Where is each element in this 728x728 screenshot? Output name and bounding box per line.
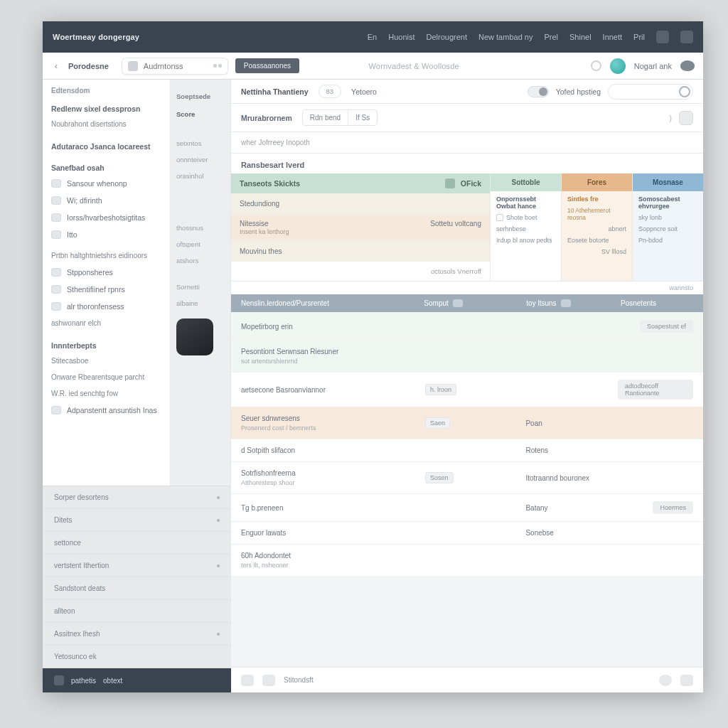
nav-item[interactable]: New tambad ny [478,33,532,41]
back-button[interactable]: ‹ [51,61,61,71]
sort-icon[interactable] [561,299,571,307]
nav-item[interactable]: En [368,33,377,41]
midcol-item[interactable]: atshors [171,252,230,269]
list-item[interactable]: Assitnex lhesh [43,623,231,646]
midcol: Soeptsede Score setxntos onnnteiver oras… [171,80,231,486]
sidebar-item[interactable]: ashwonanr elch [43,315,170,331]
tab[interactable]: If Ss [348,110,377,125]
th-cell[interactable]: Somput [424,299,520,307]
sidebar-item[interactable]: W.R. ied senchtg fow [43,385,170,402]
nav-item[interactable]: Delrougrent [427,33,467,41]
search-box[interactable] [608,84,693,100]
product-thumb [176,318,213,355]
table-row[interactable]: Tg b.preneenBatanyHoermes [231,493,703,521]
card-main-badge: OFick [461,179,481,188]
midcol-item[interactable]: onnnteiver [171,151,230,168]
filter-tabs: Rdn bend If Ss [302,109,378,126]
midcol-item[interactable]: Sornetti [171,279,230,295]
table-row[interactable]: Mopetirborg erinSoapestust ef [231,312,703,340]
list-item[interactable]: vertstent Ithertion [43,555,231,577]
card-blue[interactable]: Mosnase Somoscabest ehvrurgee sky lonb S… [632,173,703,281]
midcol-item[interactable]: albaine [171,295,230,311]
main-header: Nettinha Thantieny 83 Yetoero Yofed hpst… [231,80,703,104]
th-cell[interactable]: Posnetents [621,299,693,307]
sidebar-item[interactable]: Itto [43,226,170,243]
list-item[interactable]: Sandstont deats [43,577,231,600]
th-cell[interactable]: Nenslin.lerdoned/Pursrentet [241,299,418,307]
nav-item[interactable]: Huonist [388,33,414,41]
sidebar-item[interactable]: Wi; dfirinth [43,192,170,209]
table-row[interactable]: d Sotpith slifaconRotens [231,439,703,461]
nav-item[interactable]: Shinel [569,33,592,41]
card-orange[interactable]: Fores Sintles fre 10 Athehernerot reosna… [561,173,632,281]
breadcrumb: Porodesne [68,62,109,70]
list-item[interactable]: settonce [43,532,231,555]
help-icon[interactable] [659,675,672,686]
list-item[interactable]: Yetosunco ek [43,646,231,668]
midcol-item[interactable]: thossnus [171,220,230,236]
grid-icon[interactable] [445,178,455,188]
table-row[interactable]: Pesontiont Serwnsan Riesunersot artentsr… [231,340,703,372]
grid-icon[interactable] [680,31,693,43]
sidebar-group-title: Innnterbepts [43,336,170,353]
nav-item[interactable]: Pril [633,33,645,41]
username: Nogarl ank [634,62,672,70]
table-row[interactable]: SotrfishonfreernaAtthorestesp shoorSosen… [231,461,703,493]
card-main: Tanseots Skickts OFick Stedundiong Nites… [231,173,490,281]
subbar-right: Nogarl ank [591,58,695,74]
nav-item[interactable]: Innett [603,33,623,41]
foot-label: obtext [103,677,122,685]
sep-icon: ) [670,114,673,122]
cloud-icon[interactable] [680,60,695,71]
sidebar-item[interactable]: Iorss/hvarbeshotsigtitas [43,209,170,226]
print-icon[interactable] [262,675,275,686]
list-item[interactable]: allteon [43,600,231,623]
export-icon[interactable] [241,675,254,686]
grid-icon[interactable] [679,111,693,125]
primary-button[interactable]: Poassaanones [235,58,299,73]
apps-icon[interactable] [656,31,669,43]
sidebar-item[interactable]: Sansour whenonp [43,175,170,192]
table-row[interactable]: 60h Adondontetters llt, nsheoner [231,544,703,576]
sidebar-item[interactable]: Sthentifiinef rpnrs [43,281,170,298]
sidebar-item[interactable]: Noubrahont disertstions [43,116,170,132]
topnav: En Huonist Delrougrent New tambad ny Pre… [368,31,693,43]
th-cell[interactable]: toy ltsuns [526,299,615,307]
search-knob-icon [679,86,690,97]
tab[interactable]: Rdn bend [303,110,348,125]
search-pill[interactable] [122,58,228,75]
sort-icon[interactable] [453,299,463,307]
card-green[interactable]: Sottoble Onpornssebt Owbat hance Shote b… [490,173,561,281]
table-row[interactable]: aetsecone Basroanviannorh. lroonadtodbec… [231,372,703,407]
cards-row: Tanseots Skickts OFick Stedundiong Nites… [231,173,703,282]
table-row[interactable]: Seuer sdnwresensProsenerd cost / bemnert… [231,407,703,439]
main-footer: Stitondsft [231,667,703,692]
toggle[interactable] [528,86,549,97]
midcol-item[interactable]: setxntos [171,135,230,151]
midcol-item[interactable]: orasinhol [171,168,230,184]
data-table: Nenslin.lerdoned/Pursrentet Somput toy l… [231,294,703,576]
filter-label: Mrurabrornem [241,114,292,122]
sidebar-item[interactable]: Stpponsheres [43,264,170,281]
list-item[interactable]: Ditets [43,509,231,532]
sidebar-item[interactable]: Onware Rbearentsque parcht [43,369,170,385]
table-row[interactable]: Enguor lawatsSonebse [231,521,703,544]
search-input[interactable] [144,62,208,70]
count-pill: 83 [318,85,342,98]
settings-icon[interactable] [680,675,693,686]
sidebar-item[interactable]: Adpanstentt ansuntish Inas [43,402,170,419]
bell-icon[interactable] [591,60,601,71]
sidebar-item[interactable]: alr thoronfensess [43,298,170,315]
view-label: Yofed hpstieg [556,87,601,96]
foot-icon[interactable] [54,675,64,685]
avatar[interactable] [610,58,626,74]
list-item[interactable]: Sorper desortens [43,486,231,509]
left-upper: Edtensdom Redlenw sixel dessprosn Noubra… [43,80,231,486]
midcol-item[interactable]: oftspent [171,236,230,252]
card-head: Fores [562,173,632,191]
nav-item[interactable]: Prel [544,33,558,41]
more-icon[interactable] [213,64,222,68]
doc-icon [51,196,61,205]
midcol-item[interactable]: Score [171,106,230,122]
box-icon [496,214,503,221]
